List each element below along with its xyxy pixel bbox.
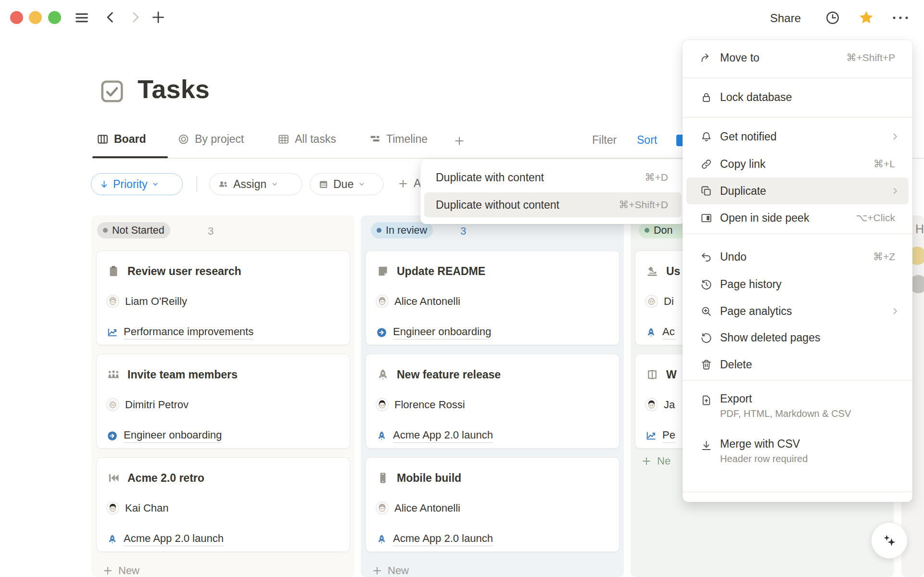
menu-item-text: Merge with CSV Header row required [720,438,808,464]
card-relation-row[interactable]: Pe [645,429,675,443]
new-button-partial[interactable] [676,135,683,146]
card-title: W [666,368,677,381]
avatar [376,398,389,411]
filter-assign-chip[interactable]: Assign [209,173,302,195]
more-options-button[interactable] [891,12,910,24]
page-icon[interactable] [98,77,126,105]
rocket-icon [376,533,388,545]
side-peek-icon [700,212,713,225]
sidebar-menu-button[interactable] [74,10,90,26]
tab-timeline-label: Timeline [386,133,428,146]
link-icon [700,158,713,171]
card-acme-retro[interactable]: Acme 2.0 retro Kai Chan Acme App 2.0 lau… [96,457,350,552]
menu-item-merge-with-csv[interactable]: Merge with CSV Header row required [686,433,909,476]
menu-item-lock-database[interactable]: Lock database [686,84,909,111]
menu-item-undo[interactable]: Undo ⌘+Z [686,243,909,270]
ai-assistant-button[interactable] [871,522,908,559]
tab-all-tasks[interactable]: All tasks [277,133,336,146]
menu-item-show-deleted-pages[interactable]: Show deleted pages [686,324,909,351]
favorite-button[interactable] [857,9,875,27]
card-relation-row[interactable]: Engineer onboarding [376,326,491,339]
card-title: Update README [397,265,485,278]
rocket-icon [376,430,388,442]
relation-link[interactable]: Engineer onboarding [124,429,222,443]
menu-item-page-analytics[interactable]: Page analytics [686,298,909,325]
menu-item-duplicate[interactable]: Duplicate [686,177,909,204]
column-header-not-started[interactable]: Not Started [97,222,170,238]
card-title: Review user research [127,265,241,278]
card-relation-row[interactable]: Acme App 2.0 launch [376,429,493,443]
person-name: Kai Chan [125,502,169,514]
card-person-row: Dimitri Petrov [106,398,189,411]
updates-button[interactable] [824,10,841,26]
avatar [645,398,658,411]
duplicate-icon [700,185,713,198]
tab-timeline[interactable]: Timeline [368,133,428,146]
add-filter-button-partial[interactable]: A [397,177,421,190]
filter-due-chip[interactable]: Due [310,173,383,195]
relation-link[interactable]: Pe [662,429,675,443]
menu-item-label: Merge with CSV [720,438,808,451]
tab-board[interactable]: Board [96,133,146,146]
new-tab-button[interactable] [150,9,166,25]
tab-by-project[interactable]: By project [177,133,244,146]
card-review-user-research[interactable]: Review user research Liam O'Reilly Perfo… [96,251,350,345]
new-card-button-partial[interactable]: Ne [641,455,671,467]
card-relation-row[interactable]: Ac [645,326,675,339]
menu-divider [683,491,912,492]
menu-shortcut: ⌘+L [873,158,895,170]
card-relation-row[interactable]: Engineer onboarding [106,429,222,443]
card-update-readme[interactable]: Update README Alice Antonelli Engineer o… [366,251,620,345]
menu-item-label: Duplicate with content [436,171,544,184]
relation-link[interactable]: Acme App 2.0 launch [124,532,224,546]
person-name: Alice Antonelli [394,295,460,308]
traffic-minimize-button[interactable] [29,11,42,24]
share-button[interactable]: Share [770,12,801,25]
card-mobile-build[interactable]: Mobile build Alice Antonelli Acme App 2.… [366,457,620,552]
new-card-button[interactable]: New [102,564,139,577]
board-view-icon [96,133,109,146]
column-header-in-review[interactable]: In review [371,222,433,238]
card-new-feature-release[interactable]: New feature release Florence Rossi Acme … [366,354,620,449]
menu-item-page-history[interactable]: Page history [686,271,909,298]
menu-item-text: Export PDF, HTML, Markdown & CSV [720,392,851,419]
menu-item-open-side-peek[interactable]: Open in side peek ⌥+Click [686,204,909,231]
relation-link[interactable]: Acme App 2.0 launch [393,532,493,546]
sort-priority-chip[interactable]: Priority [91,173,183,195]
chevron-right-icon [890,132,900,141]
relation-link[interactable]: Acme App 2.0 launch [393,429,493,443]
menu-item-duplicate-without-content[interactable]: Duplicate without content ⌘+Shift+D [424,192,682,217]
page-title[interactable]: Tasks [138,74,210,104]
menu-item-copy-link[interactable]: Copy link ⌘+L [686,151,909,177]
clock-icon [824,10,841,26]
forward-button[interactable] [127,10,143,25]
traffic-close-button[interactable] [10,11,23,24]
menu-item-label: Get notified [720,130,777,143]
avatar [106,295,119,308]
back-button[interactable] [103,10,118,25]
tool-brackets-icon [645,367,659,382]
plus-icon [150,9,166,25]
relation-link[interactable]: Engineer onboarding [393,326,491,339]
card-relation-row[interactable]: Performance improvements [106,326,253,339]
page-options-menu: Move to ⌘+Shift+P Lock database Get noti… [683,40,912,502]
relation-link[interactable]: Ac [662,326,675,339]
traffic-zoom-button[interactable] [48,11,61,24]
note-icon [376,264,390,278]
menu-item-get-notified[interactable]: Get notified [686,123,909,150]
sort-button[interactable]: Sort [637,134,657,147]
export-icon [700,394,713,407]
new-card-button[interactable]: New [371,564,409,577]
menu-item-delete[interactable]: Delete [686,351,909,378]
card-invite-team-members[interactable]: Invite team members Dimitri Petrov Engin… [96,354,350,449]
menu-item-duplicate-with-content[interactable]: Duplicate with content ⌘+D [424,165,682,190]
filter-button[interactable]: Filter [592,134,617,147]
menu-item-move-to[interactable]: Move to ⌘+Shift+P [686,44,909,71]
relation-link[interactable]: Performance improvements [124,326,253,339]
card-relation-row[interactable]: Acme App 2.0 launch [106,532,224,546]
card-relation-row[interactable]: Acme App 2.0 launch [376,532,493,546]
add-view-button[interactable] [453,135,466,147]
menu-item-export[interactable]: Export PDF, HTML, Markdown & CSV [686,388,909,431]
card-title-row: Us [645,264,680,278]
target-icon [177,133,190,146]
